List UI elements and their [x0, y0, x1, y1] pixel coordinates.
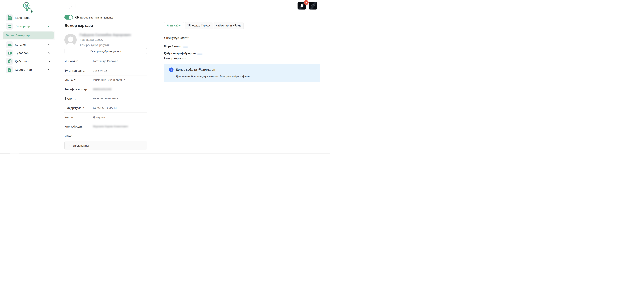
- svg-text:M: M: [25, 3, 28, 7]
